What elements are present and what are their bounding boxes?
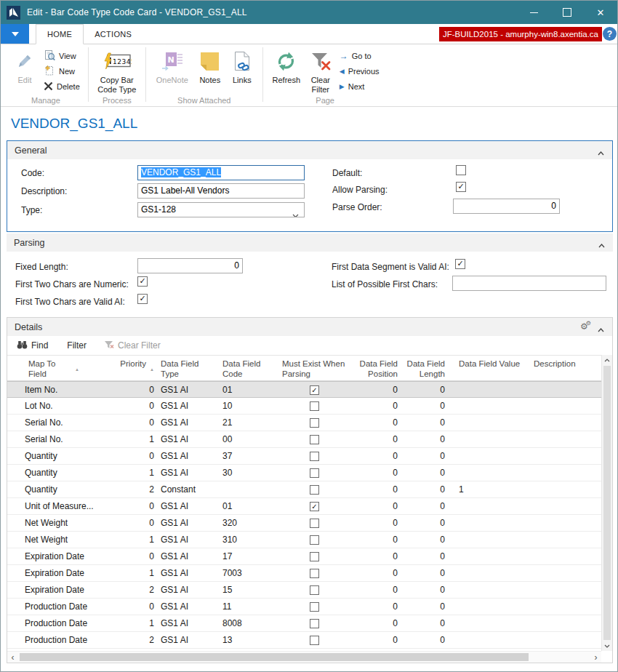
must-exist-checkbox[interactable]	[310, 418, 319, 428]
maximize-button[interactable]	[550, 1, 584, 24]
next-button[interactable]: ▶ Next	[337, 79, 382, 94]
table-row[interactable]: Unit of Measure...0GS1 AI01✓00	[7, 498, 601, 515]
collapse-chevron-icon[interactable]	[598, 324, 604, 335]
table-row[interactable]: Net Weight0GS1 AI32000	[7, 515, 601, 532]
tab-home[interactable]: HOME	[36, 24, 84, 44]
cell-data-field-type: GS1 AI	[156, 518, 218, 528]
onenote-button-label: OneNote	[156, 76, 188, 85]
table-row[interactable]: Expiration Date2GS1 AI1500	[7, 582, 601, 599]
column-header-data-field-position[interactable]: Data Field Position	[349, 356, 400, 380]
must-exist-checkbox[interactable]	[310, 636, 319, 645]
table-row[interactable]: Quantity0GS1 AI3700	[7, 448, 601, 465]
cell-must-exist	[280, 551, 349, 561]
parse-order-input[interactable]: 0	[453, 199, 560, 214]
previous-button[interactable]: ◀ Previous	[337, 64, 382, 79]
table-row[interactable]: Expiration Date0GS1 AI1700	[7, 548, 601, 565]
column-header-description[interactable]: Description	[527, 356, 601, 380]
must-exist-checkbox[interactable]	[310, 619, 319, 628]
new-button[interactable]: New	[41, 64, 83, 79]
table-row[interactable]: Serial No.1GS1 AI0000	[7, 431, 601, 448]
goto-button[interactable]: → Go to	[337, 49, 382, 63]
details-fasttab-header[interactable]: Details ⚙⚙	[7, 318, 612, 336]
filter-button[interactable]: Filter	[67, 340, 87, 351]
must-exist-checkbox[interactable]	[310, 452, 319, 461]
parsing-fasttab-header[interactable]: Parsing	[7, 233, 613, 252]
must-exist-checkbox[interactable]	[310, 569, 319, 578]
scroll-down-icon[interactable]	[602, 641, 612, 651]
table-row[interactable]: Item No.0GS1 AI01✓00	[7, 381, 601, 398]
table-row[interactable]: Net Weight1GS1 AI31000	[7, 532, 601, 548]
copy-bar-code-type-button[interactable]: 12345 Copy Bar Code Type	[94, 47, 140, 95]
must-exist-checkbox[interactable]	[310, 485, 319, 495]
type-dropdown[interactable]: GS1-128	[137, 202, 305, 217]
table-row[interactable]: Expiration Date1GS1 AI700300	[7, 565, 601, 582]
find-button[interactable]: Find	[17, 340, 48, 351]
cell-data-field-position: 0	[349, 434, 400, 444]
collapse-chevron-icon[interactable]	[598, 240, 605, 250]
refresh-icon	[276, 48, 296, 74]
possible-first-chars-input[interactable]	[452, 276, 606, 291]
general-fasttab-header[interactable]: General	[7, 141, 612, 159]
scroll-left-icon[interactable]: ‹	[7, 652, 18, 663]
notes-button[interactable]: Notes	[193, 47, 227, 85]
onenote-button[interactable]: N OneNote	[151, 47, 193, 85]
view-button[interactable]: View	[41, 49, 83, 63]
table-row[interactable]: Production Date2GS1 AI1300	[7, 632, 601, 649]
cell-data-field-length: 0	[400, 451, 447, 461]
must-exist-checkbox[interactable]	[310, 519, 319, 528]
must-exist-checkbox[interactable]	[310, 602, 319, 612]
must-exist-checkbox[interactable]	[310, 435, 319, 444]
scroll-right-icon[interactable]: ›	[590, 652, 601, 663]
help-button[interactable]: ?	[603, 27, 617, 41]
fixed-length-input[interactable]: 0	[137, 258, 243, 273]
column-header-data-field-code[interactable]: Data Field Code	[218, 356, 280, 380]
must-exist-checkbox[interactable]	[310, 585, 319, 595]
clear-filter-button[interactable]: Clear Filter	[305, 47, 337, 95]
first-two-numeric-checkbox[interactable]: ✓	[137, 276, 148, 287]
vertical-scrollbar[interactable]	[601, 355, 612, 651]
first-segment-valid-ai-checkbox[interactable]: ✓	[455, 259, 465, 269]
must-exist-checkbox[interactable]	[310, 468, 319, 478]
code-input[interactable]: VENDOR_GS1_ALL	[137, 165, 305, 180]
scroll-up-icon[interactable]	[602, 355, 612, 365]
column-header-map-to-field[interactable]: Map To Field▲	[7, 356, 120, 380]
group-label-show-attached: Show Attached	[148, 96, 261, 105]
table-row[interactable]: Lot No.0GS1 AI1000	[7, 398, 601, 415]
settings-gears-icon[interactable]: ⚙⚙	[580, 321, 593, 332]
column-header-data-field-value[interactable]: Data Field Value	[447, 356, 527, 380]
links-button[interactable]: Links	[227, 47, 257, 85]
first-two-valid-ai-checkbox[interactable]: ✓	[137, 294, 148, 304]
column-header-data-field-type[interactable]: Data Field Type	[156, 356, 218, 380]
default-checkbox[interactable]	[456, 165, 466, 175]
minimize-button[interactable]	[517, 1, 550, 24]
column-header-must-exist[interactable]: Must Exist When Parsing	[280, 356, 349, 380]
delete-button[interactable]: Delete	[41, 79, 83, 94]
table-row[interactable]: Quantity2Constant001	[7, 481, 601, 498]
vertical-scrollbar-thumb[interactable]	[603, 366, 611, 640]
close-button[interactable]: ✕	[584, 1, 617, 24]
table-row[interactable]: Production Date1GS1 AI800800	[7, 615, 601, 632]
must-exist-checkbox[interactable]: ✓	[310, 385, 319, 395]
description-input[interactable]: GS1 Label-All Vendors	[137, 183, 305, 199]
must-exist-checkbox[interactable]: ✓	[310, 502, 319, 511]
must-exist-checkbox[interactable]	[310, 552, 319, 561]
refresh-button[interactable]: Refresh	[268, 47, 305, 85]
table-row[interactable]: Quantity1GS1 AI3000	[7, 465, 601, 481]
must-exist-checkbox[interactable]	[310, 401, 319, 411]
allow-parsing-checkbox[interactable]: ✓	[456, 182, 466, 192]
edit-button[interactable]: Edit	[9, 47, 41, 85]
clear-filter-toolbar-button[interactable]: Clear Filter	[104, 340, 161, 351]
application-menu-button[interactable]	[1, 24, 29, 44]
cell-data-field-length: 0	[400, 484, 447, 495]
table-row[interactable]: Production Date0GS1 AI1100	[7, 599, 601, 615]
tab-actions[interactable]: ACTIONS	[84, 24, 143, 44]
table-row[interactable]: Serial No.0GS1 AI2100	[7, 415, 601, 431]
collapse-chevron-icon[interactable]	[598, 148, 604, 158]
column-header-data-field-length[interactable]: Data Field Length	[400, 356, 447, 380]
horizontal-scrollbar[interactable]: ‹ ›	[7, 651, 601, 663]
must-exist-checkbox[interactable]	[310, 535, 319, 545]
column-header-priority[interactable]: Priority▲	[120, 356, 156, 380]
cell-data-field-code: 17	[218, 551, 280, 561]
horizontal-scrollbar-thumb[interactable]	[20, 653, 529, 661]
previous-arrow-icon: ◀	[340, 68, 345, 75]
